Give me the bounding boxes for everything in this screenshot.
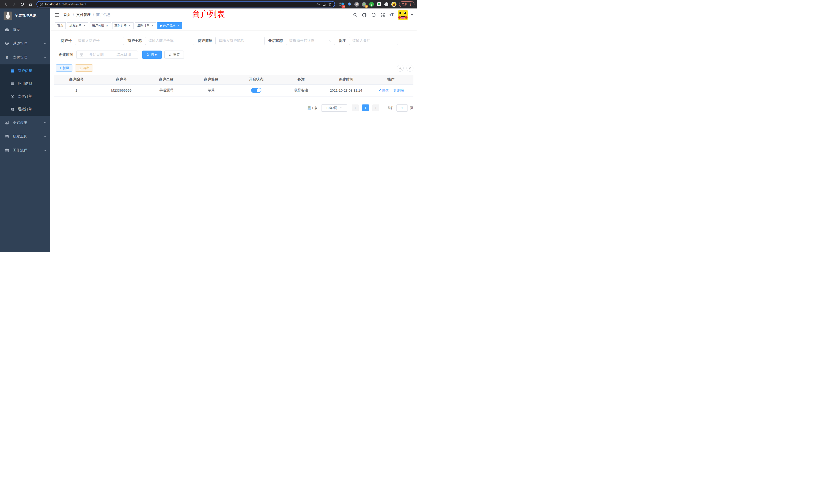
close-icon[interactable]: × (83, 24, 86, 27)
extensions-row: 10 ⌘ 1 y (338, 2, 397, 7)
profile-avatar-emoji[interactable] (391, 2, 396, 7)
download-icon (79, 66, 82, 70)
cell-full-name: 芋道源码 (144, 85, 189, 96)
browser-back-button[interactable] (3, 1, 9, 8)
extensions-puzzle-icon[interactable] (384, 2, 389, 7)
search-button[interactable]: 搜索 (142, 50, 162, 59)
refresh-table-button[interactable] (407, 65, 413, 72)
app-logo-rabbit-image (4, 12, 12, 20)
password-key-icon[interactable] (316, 2, 320, 6)
close-icon[interactable]: × (106, 24, 109, 27)
next-page-button[interactable]: › (372, 105, 379, 111)
tab-merchant-info[interactable]: 商户信息× (157, 22, 182, 29)
page-size-select[interactable]: 10条/页 (321, 105, 347, 112)
full-name-input[interactable]: 请输入商户全称 (145, 37, 194, 45)
sidebar-item-home[interactable]: 首页 (0, 23, 50, 37)
breadcrumb-payment[interactable]: 支付管理 (76, 13, 91, 17)
remark-input[interactable]: 请输入备注 (349, 37, 398, 45)
close-icon[interactable]: × (177, 24, 180, 27)
tab-refund-order[interactable]: 退款订单× (135, 22, 156, 29)
extension-icon-command[interactable]: ⌘ (354, 2, 359, 7)
sidebar-item-app-info[interactable]: 应用信息 (0, 77, 50, 90)
github-link[interactable] (362, 13, 367, 18)
status-toggle[interactable] (251, 88, 261, 93)
edit-link[interactable]: 修改 (378, 88, 389, 93)
sidebar-item-payment[interactable]: ¥ 支付管理 (0, 50, 50, 64)
pagination: 共 1 条 10条/页 ‹ 1 › 前往 1 页 (54, 105, 413, 112)
back-arrow-icon (4, 2, 8, 6)
browser-update-button[interactable]: 更新 ⋮ (399, 1, 414, 7)
sidebar-item-workflow[interactable]: 工作流程 (0, 143, 50, 157)
sidebar-item-dev-tools[interactable]: 研发工具 (0, 130, 50, 143)
sidebar-item-pay-order[interactable]: 支付订单 (0, 90, 50, 103)
tab-process-form[interactable]: 流程表单× (67, 22, 88, 29)
browser-menu-dots-icon[interactable]: ⋮ (409, 2, 412, 6)
tab-pay-order[interactable]: 支付订单× (112, 22, 133, 29)
extension-icon-drive[interactable]: 10 (339, 2, 344, 7)
help-button[interactable] (371, 13, 376, 18)
cell-actions: 修改 删除 (369, 85, 413, 96)
merchant-no-input[interactable]: 请输入商户号 (75, 37, 124, 45)
search-icon (146, 53, 150, 56)
status-label: 开启状态 (268, 39, 283, 43)
start-date-placeholder: 开始日期 (86, 52, 107, 57)
chevron-down-icon (340, 107, 343, 109)
goto-label: 前往 (388, 106, 394, 110)
table-header-row: 商户编号 商户号 商户全称 商户简称 开启状态 备注 创建时间 操作 (54, 75, 413, 85)
extension-icon-chat[interactable] (376, 2, 381, 7)
extension-icon-recorder[interactable]: 1 (361, 2, 367, 7)
col-short-name: 商户简称 (189, 75, 234, 85)
pagination-total: 共 1 条 (308, 106, 317, 110)
filter-row-2: 创建时间 开始日期 - 结束日期 搜索 重置 (56, 50, 413, 59)
close-icon[interactable]: × (128, 24, 131, 27)
col-merchant-no: 商户号 (99, 75, 144, 85)
sidebar-item-infra[interactable]: 基础设施 (0, 116, 50, 130)
export-button[interactable]: 导出 (75, 64, 93, 72)
goto-page-input[interactable]: 1 (396, 105, 408, 112)
sidebar-item-refund-order[interactable]: 退款订单 (0, 103, 50, 116)
browser-forward-button[interactable] (11, 1, 18, 8)
filter-row-1: 商户号 请输入商户号 商户全称 请输入商户全称 商户简称 请输入商户简称 开启状… (56, 37, 413, 45)
address-bar[interactable]: localhost:1024/pay/merchant (37, 1, 335, 7)
add-button[interactable]: + 新增 (56, 64, 72, 72)
breadcrumb-current: 商户信息 (96, 13, 111, 17)
tab-user-group[interactable]: 用户分组× (90, 22, 111, 29)
extension-icon-kite[interactable] (347, 2, 352, 7)
sidebar-collapse-icon[interactable] (54, 13, 59, 18)
col-merchant-id: 商户编号 (54, 75, 99, 85)
tab-home[interactable]: 首页 (55, 22, 66, 29)
delete-link[interactable]: 删除 (393, 88, 404, 93)
status-select[interactable]: 请选择开启状态 (286, 37, 335, 45)
col-full-name: 商户全称 (144, 75, 189, 85)
page-content: 商户号 请输入商户号 商户全称 请输入商户全称 商户简称 请输入商户简称 开启状… (50, 30, 417, 252)
chevron-down-icon (44, 135, 47, 138)
create-time-range-picker[interactable]: 开始日期 - 结束日期 (76, 50, 138, 59)
fullscreen-button[interactable] (380, 13, 385, 18)
breadcrumb-home[interactable]: 首页 (63, 13, 71, 17)
table-row: 1 M233666999 芋道源码 芋艿 我是备注 2021-10-23 08:… (54, 85, 413, 96)
share-icon[interactable] (322, 2, 326, 6)
pencil-icon (378, 89, 381, 92)
prev-page-button[interactable]: ‹ (352, 105, 359, 111)
reset-button[interactable]: 重置 (164, 50, 184, 59)
page-unit-label: 页 (410, 106, 413, 110)
font-size-button[interactable]: TT (390, 13, 394, 17)
calendar-icon (80, 53, 84, 57)
short-name-input[interactable]: 请输入商户简称 (215, 37, 265, 45)
header-search-button[interactable] (353, 13, 357, 18)
extension-badge: 1 (365, 5, 368, 8)
sidebar-item-merchant-info[interactable]: 商户信息 (0, 64, 50, 77)
avatar-caret-icon[interactable] (411, 14, 413, 16)
sidebar-item-system[interactable]: 系统管理 (0, 37, 50, 50)
user-avatar[interactable] (398, 10, 408, 20)
extension-icon-y[interactable]: y (369, 2, 374, 7)
bookmark-star-icon[interactable] (328, 2, 332, 6)
browser-home-button[interactable] (27, 1, 34, 8)
current-page-button[interactable]: 1 (362, 105, 369, 111)
browser-reload-button[interactable] (19, 1, 26, 8)
extension-badge: 10 (342, 5, 345, 8)
toggle-search-button[interactable] (397, 65, 404, 72)
site-info-icon[interactable] (40, 3, 43, 6)
sidebar-logo[interactable]: 芋道管理系统 (0, 8, 50, 23)
close-icon[interactable]: × (151, 24, 154, 27)
